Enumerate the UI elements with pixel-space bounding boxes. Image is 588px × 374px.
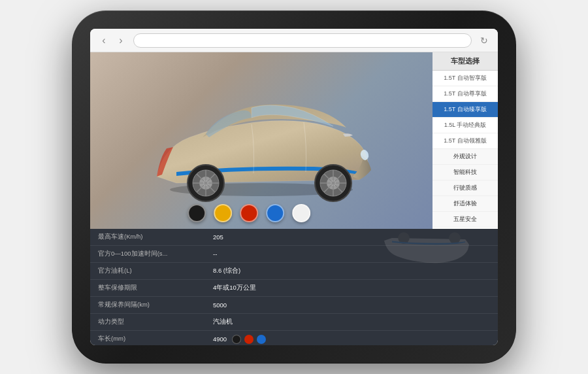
menu-section-1[interactable]: 智能科技 <box>433 165 498 180</box>
color-swatch-white[interactable] <box>292 204 310 222</box>
spec-label-4: 常规保养间隔(km) <box>90 301 208 309</box>
menu-item-2[interactable]: 1.5T 自动臻享版 <box>433 102 498 118</box>
side-menu: 车型选择 1.5T 自动智享版 1.5T 自动尊享版 1.5T 自动臻享版 1.… <box>433 52 498 229</box>
menu-section-3[interactable]: 舒适体验 <box>433 196 498 212</box>
inline-swatch-black <box>232 335 241 344</box>
address-bar[interactable] <box>133 33 472 48</box>
phone-screen: ‹ › ↻ <box>90 29 498 345</box>
menu-item-1[interactable]: 1.5T 自动尊享版 <box>433 86 498 102</box>
spec-value-3: 4年或10万公里 <box>208 284 498 292</box>
car-image <box>137 75 385 206</box>
color-swatch-black[interactable] <box>188 204 206 222</box>
spec-label-2: 官方油耗(L) <box>90 267 208 275</box>
menu-section-4[interactable]: 五星安全 <box>433 212 498 228</box>
car-display-area <box>90 52 433 229</box>
spec-value-4: 5000 <box>208 301 498 309</box>
reload-button[interactable]: ↻ <box>477 33 491 48</box>
color-swatch-blue[interactable] <box>266 204 284 222</box>
spec-row-5: 动力类型 汽油机 <box>90 314 498 331</box>
back-button[interactable]: ‹ <box>97 33 111 48</box>
color-swatches <box>188 204 310 222</box>
forward-button[interactable]: › <box>114 33 128 48</box>
browser-chrome: ‹ › ↻ <box>90 29 498 52</box>
specs-area: 最高车速(Km/h) 205 官方0—100加速时间(s... -- 官方油耗(… <box>90 229 498 345</box>
menu-item-0[interactable]: 1.5T 自动智享版 <box>433 71 498 86</box>
spec-value-5: 汽油机 <box>208 318 498 326</box>
spec-label-0: 最高车速(Km/h) <box>90 233 208 241</box>
color-swatch-red[interactable] <box>240 204 258 222</box>
menu-item-3[interactable]: 1.5L 手动经典版 <box>433 118 498 133</box>
spec-row-4: 常规保养间隔(km) 5000 <box>90 297 498 314</box>
menu-item-4[interactable]: 1.5T 自动领雅版 <box>433 133 498 149</box>
spec-value-6: 4900 <box>208 335 498 344</box>
color-swatch-yellow[interactable] <box>214 204 232 222</box>
spec-label-1: 官方0—100加速时间(s... <box>90 250 208 258</box>
spec-label-3: 整车保修期限 <box>90 284 208 292</box>
phone-wrapper: ‹ › ↻ <box>72 10 516 364</box>
svg-point-18 <box>449 232 461 244</box>
browser-content: 车型选择 1.5T 自动智享版 1.5T 自动尊享版 1.5T 自动臻享版 1.… <box>90 52 498 345</box>
browser-nav: ‹ › <box>97 33 128 48</box>
spec-label-6: 车长(mm) <box>90 335 208 343</box>
menu-section-0[interactable]: 外观设计 <box>433 149 498 165</box>
spec-label-5: 动力类型 <box>90 318 208 326</box>
spec-row-6: 车长(mm) 4900 <box>90 331 498 345</box>
inline-swatch-red <box>244 335 253 344</box>
inline-swatch-blue <box>257 335 266 344</box>
menu-title: 车型选择 <box>433 52 498 71</box>
spec-row-3: 整车保修期限 4年或10万公里 <box>90 280 498 297</box>
menu-section-2[interactable]: 行驶质感 <box>433 180 498 196</box>
